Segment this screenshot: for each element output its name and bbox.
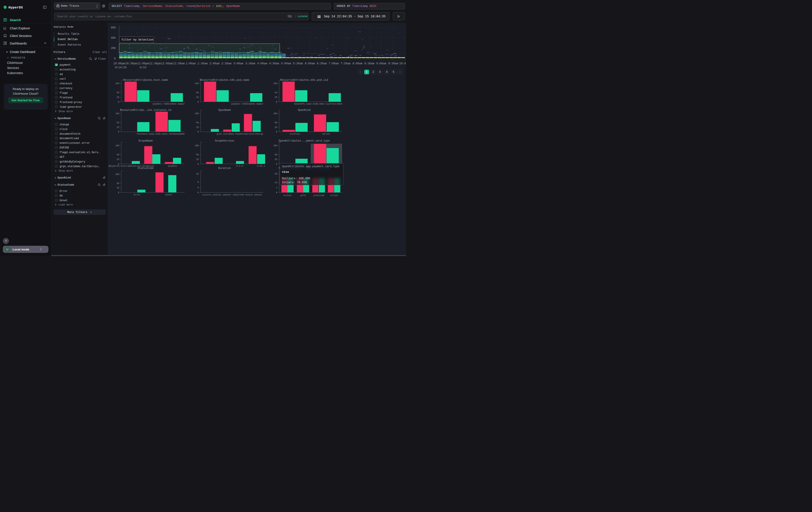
- svg-text:f5344ec9-a1ea-4290-a62a-78f5be: f5344ec9-a1ea-4290-a62a-78f5bee8d90b: [137, 133, 184, 135]
- svg-text:9:30am: 9:30am: [388, 62, 398, 65]
- svg-text:1:00am: 1:00am: [186, 62, 196, 65]
- svg-text:payment-7985c8969c-mwmw7: payment-7985c8969c-mwmw7: [231, 103, 263, 105]
- svg-text:16: 16: [196, 173, 199, 175]
- svg-text:0: 0: [198, 101, 199, 103]
- svg-text:12:30am: 12:30am: [173, 62, 185, 65]
- svg-text:4:00am: 4:00am: [257, 62, 267, 65]
- svg-text:8:30am: 8:30am: [365, 62, 374, 65]
- svg-text:50: 50: [196, 154, 199, 156]
- svg-text:ResourceAttributes.host.name: ResourceAttributes.host.name: [123, 79, 168, 82]
- svg-text:0: 0: [276, 191, 277, 194]
- svg-text:50: 50: [274, 91, 277, 94]
- svg-text:9/14/25: 9/14/25: [115, 66, 127, 69]
- svg-text:0: 0: [276, 163, 277, 165]
- svg-text:9/15: 9/15: [140, 66, 146, 69]
- svg-text:25: 25: [274, 96, 277, 99]
- svg-text:100: 100: [195, 82, 199, 85]
- svg-text:50: 50: [196, 122, 199, 124]
- svg-text:50: 50: [117, 122, 119, 124]
- svg-text:2:00am: 2:00am: [209, 62, 220, 65]
- svg-text:3:30am: 3:30am: [245, 62, 255, 65]
- svg-text:10:30pm: 10:30pm: [125, 62, 137, 65]
- svg-text:5e02b5fb-13ae-4296-bbbc-111f42: 5e02b5fb-13ae-4296-bbbc-111f423c460d: [294, 103, 342, 105]
- svg-text:1:30am: 1:30am: [198, 62, 208, 65]
- svg-text:4: 4: [198, 187, 199, 189]
- svg-text:100: 100: [273, 82, 277, 85]
- svg-text:25: 25: [196, 126, 199, 129]
- svg-text:50: 50: [117, 182, 119, 185]
- svg-text:100: 100: [115, 173, 119, 176]
- svg-text:0.1.0: 0.1.0: [236, 165, 243, 167]
- svg-text:9:00am: 9:00am: [376, 62, 386, 65]
- svg-text:10:00pm: 10:00pm: [113, 62, 125, 65]
- svg-text:11:30pm: 11:30pm: [149, 62, 161, 65]
- svg-text:payment-7985c8969c-mwmw7: payment-7985c8969c-mwmw7: [152, 103, 184, 105]
- svg-text:50: 50: [117, 91, 119, 94]
- svg-text:0: 0: [276, 101, 277, 103]
- svg-text:4:30am: 4:30am: [269, 62, 279, 65]
- svg-text:28: 28: [274, 173, 277, 175]
- svg-text:11:00pm: 11:00pm: [137, 62, 149, 65]
- svg-text:7: 7: [276, 187, 277, 189]
- svg-text:12:00am: 12:00am: [161, 62, 173, 65]
- svg-text:100: 100: [115, 144, 119, 147]
- svg-text:8:00am: 8:00am: [352, 62, 362, 65]
- svg-text:gold: gold: [300, 194, 306, 197]
- svg-text:3:00am: 3:00am: [233, 62, 243, 65]
- svg-text:silver: silver: [330, 194, 339, 197]
- svg-text:7:00am: 7:00am: [329, 62, 339, 65]
- svg-text:600: 600: [111, 26, 116, 29]
- svg-text:ResourceAttributes.k8s.pod.uid: ResourceAttributes.k8s.pod.uid: [280, 79, 328, 82]
- svg-text:5:30am: 5:30am: [293, 62, 303, 65]
- svg-text:50: 50: [117, 154, 119, 156]
- svg-text:Internal: Internal: [290, 133, 300, 135]
- svg-text:7:30am: 7:30am: [341, 62, 351, 65]
- svg-text:10:00am: 10:00am: [399, 62, 406, 65]
- svg-text:25: 25: [196, 158, 199, 161]
- svg-text:0: 0: [118, 101, 119, 103]
- svg-text:400: 400: [111, 36, 116, 39]
- svg-text:bronze: bronze: [284, 194, 291, 197]
- svg-text:50: 50: [274, 122, 277, 124]
- svg-text:25: 25: [274, 126, 277, 129]
- svg-text:SpanKind: SpanKind: [298, 109, 311, 112]
- svg-text:0: 0: [118, 131, 119, 133]
- svg-text:8: 8: [198, 181, 199, 183]
- svg-text:Filter by Selection: Filter by Selection: [122, 38, 153, 42]
- svg-text:2:30am: 2:30am: [222, 62, 231, 65]
- svg-text:100: 100: [195, 112, 199, 115]
- svg-text:6:00am: 6:00am: [305, 62, 315, 65]
- svg-text:SpanName: SpanName: [218, 109, 231, 112]
- svg-text:payment: payment: [168, 165, 177, 167]
- svg-text:25: 25: [274, 158, 277, 161]
- svg-text:25: 25: [117, 126, 119, 129]
- svg-text:0: 0: [118, 191, 119, 194]
- svg-text:14: 14: [274, 182, 277, 184]
- svg-text:ScopeVersion: ScopeVersion: [215, 139, 234, 142]
- svg-text:50: 50: [196, 91, 199, 94]
- svg-text:6:30am: 6:30am: [317, 62, 327, 65]
- svg-text:Server: Server: [322, 133, 330, 135]
- svg-text:100: 100: [115, 82, 119, 85]
- svg-text:grpc.oteldemo.PaymentService/C: grpc.oteldemo.PaymentService/Charge: [216, 133, 263, 135]
- svg-text:SpanAttributes...yment.card_ty: SpanAttributes...yment.card_type: [279, 139, 330, 142]
- svg-text:200: 200: [111, 47, 116, 50]
- svg-text:25: 25: [117, 96, 119, 99]
- svg-text:50: 50: [274, 154, 277, 156]
- svg-text:25: 25: [196, 96, 199, 99]
- svg-text:100: 100: [273, 144, 277, 147]
- svg-text:25: 25: [117, 187, 119, 189]
- svg-text:0: 0: [114, 57, 116, 60]
- svg-text:100: 100: [273, 112, 277, 115]
- svg-text:1141978 1386792 1600267 200027: 1141978 1386792 1600267 200027900 584623…: [202, 194, 262, 196]
- svg-text:0: 0: [276, 131, 277, 133]
- svg-text:0: 0: [198, 191, 199, 194]
- svg-text:ResourceAttribu..ice.instance.: ResourceAttribu..ice.instance.id: [120, 109, 171, 112]
- svg-text:100: 100: [115, 112, 119, 115]
- svg-text:25: 25: [117, 158, 119, 161]
- svg-text:ScopeName: ScopeName: [139, 139, 153, 142]
- svg-text:ResourceAttributes.k8s.pod.nam: ResourceAttributes.k8s.pod.name: [200, 79, 249, 82]
- svg-text:100: 100: [195, 144, 199, 147]
- svg-text:0: 0: [198, 131, 199, 133]
- svg-text:StatusCode: StatusCode: [138, 167, 154, 170]
